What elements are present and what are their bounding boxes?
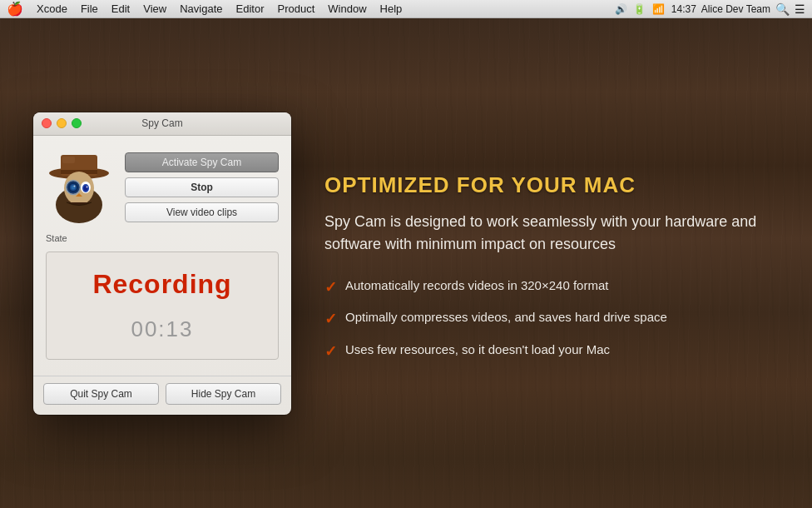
app-header: Activate Spy Cam Stop View video clips (46, 148, 279, 223)
feature-list: ✓ Automatically records videos in 320×24… (324, 276, 779, 362)
feature-text-3: Uses few resources, so it doesn't load y… (345, 341, 610, 358)
menubar: 🍎 Xcode File Edit View Navigate Editor P… (0, 0, 812, 18)
spy-cam-icon (46, 148, 112, 223)
search-icon[interactable]: 🔍 (775, 2, 790, 16)
menu-navigate[interactable]: Navigate (173, 0, 229, 18)
menu-product[interactable]: Product (270, 0, 321, 18)
menu-view[interactable]: View (136, 0, 173, 18)
window-maximize-button[interactable] (72, 118, 82, 128)
menu-help[interactable]: Help (374, 0, 409, 18)
spy-cam-window: Spy Cam (33, 112, 291, 415)
apple-menu-icon[interactable]: 🍎 (7, 1, 23, 17)
svg-point-14 (87, 186, 88, 187)
view-video-clips-button[interactable]: View video clips (125, 202, 279, 222)
state-label: State (46, 233, 279, 243)
time-display: 14:37 (671, 3, 696, 15)
window-titlebar: Spy Cam (33, 112, 291, 136)
menu-xcode[interactable]: Xcode (30, 0, 74, 18)
window-title: Spy Cam (141, 117, 182, 129)
menu-edit[interactable]: Edit (105, 0, 136, 18)
window-close-button[interactable] (42, 118, 52, 128)
feature-item-1: ✓ Automatically records videos in 320×24… (324, 276, 779, 298)
svg-point-10 (74, 185, 76, 187)
menu-window[interactable]: Window (321, 0, 373, 18)
panel-heading: OPTIMIZED FOR YOUR MAC (324, 172, 779, 198)
timer-display: 00:13 (131, 316, 193, 342)
marketing-panel: OPTIMIZED FOR YOUR MAC Spy Cam is design… (324, 164, 779, 362)
feature-item-2: ✓ Optimally compresses videos, and saves… (324, 308, 779, 330)
feature-text-1: Automatically records videos in 320×240 … (345, 276, 608, 294)
checkmark-icon-2: ✓ (324, 309, 337, 330)
recording-area: Recording 00:13 (46, 252, 279, 360)
feature-item-3: ✓ Uses few resources, so it doesn't load… (324, 341, 779, 362)
window-footer: Quit Spy Cam Hide Spy Cam (33, 376, 291, 415)
window-minimize-button[interactable] (57, 118, 67, 128)
system-icons: 🔊 🔋 📶 (615, 3, 666, 15)
user-display: Alice Dev Team (701, 3, 770, 15)
recording-status: Recording (92, 269, 231, 300)
window-body: Activate Spy Cam Stop View video clips S… (33, 136, 291, 372)
panel-description: Spy Cam is designed to work seamlessly w… (324, 211, 779, 256)
main-content: Spy Cam (0, 18, 812, 508)
stop-button[interactable]: Stop (125, 177, 279, 197)
activate-spy-cam-button[interactable]: Activate Spy Cam (125, 152, 279, 172)
checkmark-icon-1: ✓ (324, 277, 337, 298)
menubar-right: 🔊 🔋 📶 14:37 Alice Dev Team 🔍 ☰ (615, 2, 805, 16)
checkmark-icon-3: ✓ (324, 341, 337, 362)
quit-spy-cam-button[interactable]: Quit Spy Cam (43, 383, 159, 405)
menu-extra-icon[interactable]: ☰ (795, 2, 805, 16)
svg-rect-3 (62, 157, 75, 163)
feature-text-2: Optimally compresses videos, and saves h… (345, 308, 667, 326)
menu-editor[interactable]: Editor (230, 0, 271, 18)
window-controls (42, 118, 82, 128)
menu-file[interactable]: File (74, 0, 105, 18)
action-buttons: Activate Spy Cam Stop View video clips (125, 148, 279, 222)
hide-spy-cam-button[interactable]: Hide Spy Cam (166, 383, 281, 405)
